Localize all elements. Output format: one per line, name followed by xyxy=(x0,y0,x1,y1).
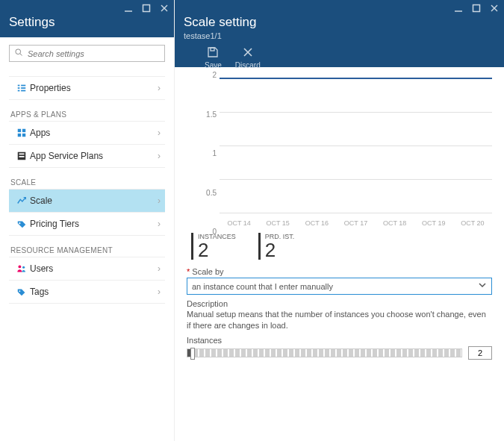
sidebar-item-label: Tags xyxy=(30,287,49,297)
section-label-resource: RESOURCE MANAGEMENT xyxy=(10,246,165,254)
svg-rect-17 xyxy=(19,154,25,155)
description-label: Description xyxy=(187,299,492,308)
save-button[interactable]: Save xyxy=(205,46,222,69)
minimize-button[interactable] xyxy=(123,3,134,13)
svg-point-22 xyxy=(19,290,21,292)
chevron-right-icon: › xyxy=(158,83,161,93)
slider-thumb[interactable] xyxy=(190,348,195,360)
users-icon xyxy=(13,263,30,274)
x-tick: OCT 19 xyxy=(422,219,445,227)
x-tick: OCT 18 xyxy=(383,219,406,227)
scale-icon xyxy=(13,196,30,206)
scaleby-value: an instance count that I enter manually xyxy=(192,282,333,291)
tags-icon xyxy=(13,287,30,297)
pricing-icon xyxy=(13,219,30,229)
minimize-button[interactable] xyxy=(453,3,464,13)
instances-field-label: Instances xyxy=(187,336,492,345)
maximize-button[interactable] xyxy=(471,3,482,13)
scale-subtitle: testase1/1 xyxy=(184,31,495,40)
sidebar-item-label: Properties xyxy=(30,83,71,93)
svg-rect-10 xyxy=(18,90,20,92)
stat-value: 2 xyxy=(198,240,236,260)
discard-icon xyxy=(242,46,254,60)
x-tick: OCT 17 xyxy=(344,219,367,227)
maximize-button[interactable] xyxy=(141,3,152,13)
chevron-down-icon xyxy=(478,281,487,292)
chart-line xyxy=(220,78,492,79)
sidebar-item-properties[interactable]: Properties › xyxy=(9,76,165,100)
chevron-right-icon: › xyxy=(158,151,161,161)
scale-title: Scale setting xyxy=(184,0,495,30)
x-tick: OCT 15 xyxy=(267,219,290,227)
close-button[interactable] xyxy=(489,3,500,13)
sidebar-item-label: Apps xyxy=(30,128,50,138)
search-input-wrap[interactable] xyxy=(9,45,165,62)
scaleby-select[interactable]: an instance count that I enter manually xyxy=(187,278,492,295)
sidebar-item-users[interactable]: Users › xyxy=(9,257,165,281)
stat-instances: INSTANCES 2 xyxy=(191,233,236,260)
svg-rect-6 xyxy=(18,85,20,87)
sidebar-item-label: Scale xyxy=(30,196,52,206)
y-tick: 1.5 xyxy=(206,110,217,118)
discard-label: Discard xyxy=(235,61,261,69)
save-label: Save xyxy=(205,61,222,69)
sidebar-item-apps[interactable]: Apps › xyxy=(9,121,165,145)
svg-rect-14 xyxy=(18,134,21,137)
sidebar-item-app-service-plans[interactable]: App Service Plans › xyxy=(9,144,165,168)
chevron-right-icon: › xyxy=(158,128,161,138)
svg-rect-12 xyxy=(18,129,21,132)
description-text: Manual setup means that the number of in… xyxy=(187,309,492,331)
svg-rect-8 xyxy=(18,87,20,89)
svg-point-21 xyxy=(22,266,25,269)
x-tick: OCT 20 xyxy=(461,219,484,227)
x-tick: OCT 16 xyxy=(305,219,329,227)
x-tick: OCT 14 xyxy=(227,219,250,227)
chevron-right-icon: › xyxy=(158,196,161,206)
chevron-right-icon: › xyxy=(158,219,161,229)
discard-button[interactable]: Discard xyxy=(235,46,261,69)
section-label-apps-plans: APPS & PLANS xyxy=(10,110,165,119)
sidebar-item-scale[interactable]: Scale › xyxy=(9,189,165,213)
sidebar-item-label: Pricing Tiers xyxy=(30,219,79,229)
svg-rect-13 xyxy=(22,129,25,132)
apps-icon xyxy=(13,128,30,138)
stat-prdist: PRD. IST. 2 xyxy=(258,233,295,260)
stat-value: 2 xyxy=(265,240,295,260)
save-icon xyxy=(207,46,219,60)
svg-rect-15 xyxy=(22,134,25,137)
svg-point-20 xyxy=(18,265,21,268)
scaleby-label: * Scale by xyxy=(187,267,492,276)
svg-rect-9 xyxy=(21,87,25,89)
instances-input[interactable] xyxy=(468,346,492,360)
y-tick: 1 xyxy=(212,149,217,157)
svg-rect-18 xyxy=(19,156,25,157)
sidebar-item-label: App Service Plans xyxy=(30,151,103,161)
sidebar-item-tags[interactable]: Tags › xyxy=(9,280,165,304)
section-label-scale: SCALE xyxy=(10,178,165,187)
svg-rect-11 xyxy=(21,90,25,92)
instances-chart: 2 1.5 1 0.5 0 OCT 14 OCT 15 OCT 16 xyxy=(187,75,492,231)
svg-point-4 xyxy=(16,49,21,54)
y-tick: 0 xyxy=(212,228,217,236)
close-button[interactable] xyxy=(159,3,169,13)
app-service-plans-icon xyxy=(13,151,30,161)
chevron-right-icon: › xyxy=(158,287,161,297)
svg-rect-7 xyxy=(21,85,25,87)
chevron-right-icon: › xyxy=(158,263,161,274)
svg-point-19 xyxy=(19,222,20,224)
settings-header: Settings xyxy=(0,0,174,37)
y-tick: 0.5 xyxy=(206,188,217,196)
svg-line-5 xyxy=(20,54,22,56)
y-tick: 2 xyxy=(212,71,217,79)
svg-rect-24 xyxy=(473,5,480,12)
sidebar-item-label: Users xyxy=(30,263,53,274)
instances-slider[interactable] xyxy=(187,348,462,357)
scale-header: Scale setting testase1/1 Save Discard xyxy=(175,0,504,67)
search-input[interactable] xyxy=(28,49,160,58)
svg-rect-27 xyxy=(211,48,214,51)
search-icon xyxy=(14,48,28,59)
sidebar-item-pricing-tiers[interactable]: Pricing Tiers › xyxy=(9,212,165,236)
properties-icon xyxy=(13,83,30,93)
svg-rect-1 xyxy=(143,5,150,12)
